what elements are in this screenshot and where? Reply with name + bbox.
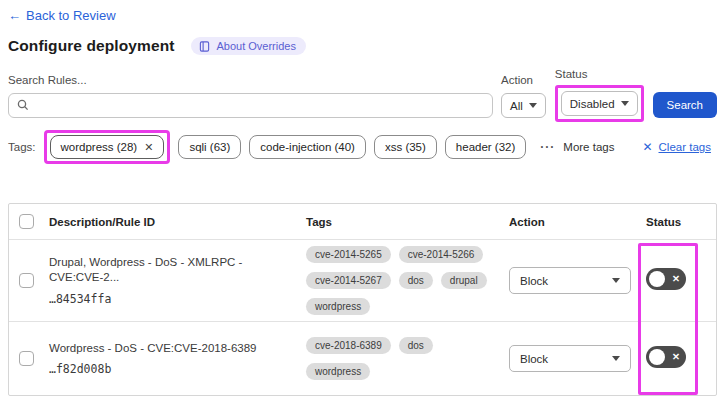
selected-tag-highlight: wordpress (28) ✕ [44, 130, 171, 164]
column-header-description: Description/Rule ID [49, 216, 306, 228]
select-all-checkbox[interactable] [19, 214, 34, 229]
rule-tags-cell: cve-2014-5265 cve-2014-5266 cve-2014-526… [306, 246, 509, 315]
rule-description: Wordpress - DoS - CVE:CVE-2018-6389 [49, 341, 292, 356]
table-header-row: Description/Rule ID Tags Action Status [9, 204, 716, 240]
tag-pill-label: header (32) [456, 141, 515, 153]
table-row: Drupal, Wordpress - DoS - XMLRPC - CVE:C… [9, 240, 716, 322]
row-checkbox-cell [9, 351, 49, 366]
search-col: Search Rules... [8, 74, 493, 118]
more-tags-label: More tags [563, 141, 614, 153]
status-toggle-off[interactable]: ✕ [646, 346, 686, 368]
search-rules-label: Search Rules... [8, 74, 493, 86]
rule-description: Drupal, Wordpress - DoS - XMLRPC - CVE:C… [49, 255, 292, 285]
tag-pill-sqli[interactable]: sqli (63) [178, 135, 241, 159]
filter-bar: Search Rules... Action All Status [8, 68, 717, 118]
search-box [8, 93, 493, 118]
action-label: Action [501, 74, 546, 86]
clear-x-icon: ✕ [642, 140, 652, 154]
page-title: Configure deployment [8, 37, 174, 55]
rule-tag: dos [399, 272, 433, 289]
status-dropdown-highlight: Disabled [555, 85, 644, 122]
tag-pill-label: code-injection (40) [260, 141, 355, 153]
tag-pill-xss[interactable]: xss (35) [374, 135, 437, 159]
status-toggle-off[interactable]: ✕ [646, 268, 686, 290]
action-dropdown[interactable]: All [501, 93, 546, 118]
toggle-x-icon: ✕ [672, 352, 680, 362]
back-arrow-icon: ← [8, 8, 21, 23]
toggle-x-icon: ✕ [672, 274, 680, 284]
column-header-action: Action [509, 216, 646, 228]
column-header-tags: Tags [306, 216, 509, 228]
chevron-down-icon [612, 356, 620, 361]
tag-pill-code-injection[interactable]: code-injection (40) [249, 135, 366, 159]
heading-row: Configure deployment About Overrides [8, 37, 717, 55]
row-checkbox-cell [9, 273, 49, 288]
action-select-dropdown[interactable]: Block [509, 345, 631, 372]
tag-pill-label: sqli (63) [189, 141, 230, 153]
tags-label: Tags: [8, 141, 36, 153]
chevron-down-icon [612, 278, 620, 283]
rule-description-cell: Drupal, Wordpress - DoS - XMLRPC - CVE:C… [49, 255, 306, 306]
status-dropdown-value: Disabled [570, 98, 615, 110]
row-checkbox[interactable] [19, 351, 34, 366]
rule-tag: cve-2018-6389 [306, 337, 391, 354]
rule-id: …84534ffa [49, 292, 292, 306]
action-dropdown-value: All [510, 100, 523, 112]
rule-tag: wordpress [306, 363, 370, 380]
table-row: Wordpress - DoS - CVE:CVE-2018-6389 …f82… [9, 322, 716, 395]
rule-id: …f82d008b [49, 362, 292, 376]
status-filter: Status Disabled [555, 68, 644, 118]
toggle-knob [649, 349, 665, 365]
header-checkbox-cell [9, 214, 49, 229]
rule-tag: cve-2014-5267 [306, 272, 391, 289]
rule-tag: dos [399, 337, 433, 354]
action-filter: Action All [501, 74, 546, 118]
action-select-value: Block [520, 353, 548, 365]
status-label: Status [555, 68, 644, 80]
clear-tags-label: Clear tags [659, 141, 711, 153]
column-header-status: Status [646, 216, 716, 228]
rule-action-cell: Block [509, 267, 646, 294]
rule-status-cell: ✕ [646, 268, 716, 294]
rule-action-cell: Block [509, 345, 646, 372]
rule-tag: cve-2014-5266 [399, 246, 484, 263]
rule-tags-cell: cve-2018-6389 dos wordpress [306, 337, 509, 380]
tag-pill-label: wordpress (28) [61, 141, 138, 153]
back-to-review-link[interactable]: ← Back to Review [8, 8, 116, 23]
search-rules-input[interactable] [35, 100, 484, 112]
search-icon [17, 97, 29, 115]
action-select-value: Block [520, 275, 548, 287]
row-checkbox[interactable] [19, 273, 34, 288]
tags-bar: Tags: wordpress (28) ✕ sqli (63) code-in… [8, 130, 717, 164]
about-overrides-label: About Overrides [216, 40, 295, 52]
more-tags-button[interactable]: ··· More tags [540, 140, 614, 154]
status-dropdown[interactable]: Disabled [561, 91, 638, 116]
rule-status-cell: ✕ [646, 346, 716, 372]
rules-table: Description/Rule ID Tags Action Status D… [8, 203, 717, 396]
remove-tag-icon[interactable]: ✕ [144, 142, 153, 153]
tag-pill-wordpress[interactable]: wordpress (28) ✕ [50, 135, 165, 159]
book-icon [199, 41, 210, 52]
toggle-knob [649, 271, 665, 287]
rule-tag: drupal [441, 272, 487, 289]
about-overrides-badge[interactable]: About Overrides [191, 37, 305, 55]
action-select-dropdown[interactable]: Block [509, 267, 631, 294]
configure-deployment-page: ← Back to Review Configure deployment Ab… [0, 0, 725, 396]
rule-tag: cve-2014-5265 [306, 246, 391, 263]
search-button[interactable]: Search [653, 92, 717, 118]
rule-tag: wordpress [306, 298, 370, 315]
chevron-down-icon [529, 103, 537, 108]
rule-description-cell: Wordpress - DoS - CVE:CVE-2018-6389 …f82… [49, 341, 306, 377]
chevron-down-icon [621, 101, 629, 106]
tag-pill-label: xss (35) [385, 141, 426, 153]
back-link-label: Back to Review [26, 8, 116, 23]
clear-tags-button[interactable]: ✕ Clear tags [642, 140, 710, 154]
ellipsis-icon: ··· [540, 140, 555, 154]
tag-pill-header[interactable]: header (32) [445, 135, 526, 159]
